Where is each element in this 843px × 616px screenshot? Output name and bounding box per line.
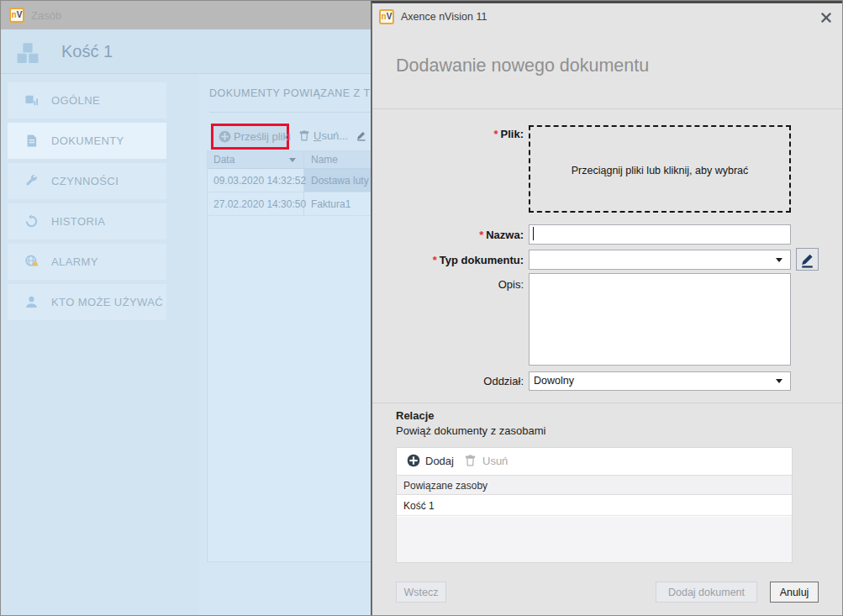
remove-relation-button[interactable]: Usuń bbox=[464, 454, 477, 470]
dropzone-hint: Przeciągnij pliki lub kliknij, aby wybra… bbox=[530, 165, 789, 176]
column-header-data[interactable]: Data bbox=[213, 154, 234, 166]
trash-icon bbox=[464, 454, 477, 466]
opis-textarea[interactable] bbox=[529, 273, 791, 366]
asset-cubes-icon bbox=[15, 40, 40, 66]
file-dropzone[interactable]: Przeciągnij pliki lub kliknij, aby wybra… bbox=[529, 125, 791, 213]
sidebar-item-kto-moze-uzywac[interactable]: KTO MOŻE UŻYWAĆ bbox=[8, 284, 166, 320]
nazwa-input[interactable] bbox=[529, 224, 791, 245]
relations-panel: Dodaj Usuń Powiązane zasoby Kość 1 bbox=[396, 447, 793, 563]
sidebar-item-dokumenty[interactable]: DOKUMENTY bbox=[8, 123, 166, 159]
relations-table-empty-area bbox=[397, 517, 792, 562]
globe-bell-icon bbox=[24, 255, 39, 269]
oddzial-select[interactable]: Dowolny bbox=[529, 371, 791, 391]
upload-files-label: Prześlij pliki bbox=[234, 130, 291, 143]
cancel-button[interactable]: Anuluj bbox=[770, 582, 819, 603]
document-icon bbox=[24, 134, 39, 148]
screen: nV Zasób Kość 1 OGÓLNE DOKUMENTY CZYNNOŚ… bbox=[0, 0, 843, 616]
relation-row[interactable]: Kość 1 bbox=[397, 496, 792, 516]
pencil-underline-icon bbox=[797, 249, 818, 270]
cube-chart-icon bbox=[24, 93, 39, 108]
add-document-dialog: nV Axence nVision 11 Dodawanie nowego do… bbox=[371, 1, 843, 616]
relations-table-header: Powiązane zasoby bbox=[397, 475, 792, 495]
nvision-logo: nV bbox=[379, 9, 394, 24]
column-filter-arrow-icon[interactable] bbox=[289, 158, 296, 162]
plik-label: *Plik: bbox=[372, 128, 524, 140]
edit-document-types-button[interactable] bbox=[796, 248, 819, 271]
oddzial-label: Oddział: bbox=[372, 375, 524, 387]
typ-dokumentu-select[interactable] bbox=[529, 250, 791, 270]
add-relation-button[interactable]: Dodaj bbox=[407, 454, 420, 471]
delete-document-button[interactable]: Usuń... bbox=[298, 128, 348, 142]
upload-files-button-with-highlight[interactable]: Prześlij pliki bbox=[211, 124, 289, 150]
sidebar-item-ogolne[interactable]: OGÓLNE bbox=[8, 82, 166, 118]
dialog-heading: Dodawanie nowego dokumentu bbox=[396, 55, 649, 76]
back-button[interactable]: Wstecz bbox=[396, 582, 446, 603]
sidebar-item-czynnosci[interactable]: CZYNNOŚCI bbox=[8, 163, 166, 199]
chevron-down-icon bbox=[776, 379, 782, 383]
nazwa-label: *Nazwa: bbox=[372, 229, 524, 241]
plus-circle-icon bbox=[219, 130, 231, 143]
divider bbox=[372, 403, 843, 403]
person-icon bbox=[24, 295, 39, 309]
sidebar-item-historia[interactable]: HISTORIA bbox=[8, 203, 166, 240]
history-icon bbox=[24, 214, 39, 229]
pencil-icon bbox=[356, 129, 367, 141]
asset-title: Kość 1 bbox=[61, 42, 113, 61]
close-icon[interactable] bbox=[819, 10, 834, 25]
plus-circle-icon bbox=[407, 454, 420, 467]
dialog-title: Axence nVision 11 bbox=[401, 11, 487, 23]
sidebar-item-alarmy[interactable]: ALARMY bbox=[8, 244, 166, 280]
nvision-logo: nV bbox=[9, 8, 24, 23]
chevron-down-icon bbox=[776, 258, 782, 262]
relations-section-title: Relacje bbox=[396, 409, 435, 422]
trash-icon bbox=[298, 129, 310, 141]
add-document-button[interactable]: Dodaj dokument bbox=[656, 582, 757, 603]
column-header-name[interactable]: Name bbox=[311, 154, 338, 166]
divider bbox=[372, 108, 843, 109]
text-caret bbox=[533, 227, 534, 240]
typ-dokumentu-label: *Typ dokumentu: bbox=[372, 254, 524, 266]
background-window-title: Zasób bbox=[31, 9, 61, 22]
wrench-icon bbox=[24, 174, 39, 188]
relations-section-subtitle: Powiąż dokumenty z zasobami bbox=[396, 424, 545, 437]
dialog-titlebar: nV Axence nVision 11 bbox=[372, 3, 843, 30]
opis-label: Opis: bbox=[372, 278, 524, 291]
relations-toolbar: Dodaj Usuń bbox=[397, 448, 792, 475]
